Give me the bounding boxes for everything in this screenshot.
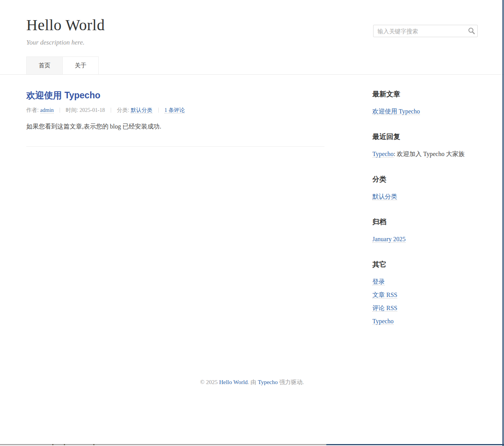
- footer-middle-text: . 由: [248, 379, 258, 385]
- author-link[interactable]: admin: [40, 107, 54, 113]
- widget-title: 归档: [372, 217, 478, 226]
- widget-categories: 分类 默认分类: [372, 175, 478, 201]
- meta-separator: [60, 108, 60, 113]
- list-item: 欢迎使用 Typecho: [372, 108, 478, 115]
- search-box: [373, 25, 478, 37]
- category-label: 分类:: [117, 107, 131, 113]
- footer-copyright: © 2025 Hello World. 由 Typecho 强力驱动.: [26, 379, 478, 409]
- nav-tab-home[interactable]: 首页: [26, 57, 63, 74]
- list-item: 默认分类: [372, 193, 478, 201]
- widget-recent-comments: 最近回复 Typecho: 欢迎加入 Typecho 大家族: [372, 132, 478, 158]
- list-item: Typecho: 欢迎加入 Typecho 大家族: [372, 150, 478, 158]
- list-item: 评论 RSS: [372, 304, 478, 312]
- category-item-link[interactable]: 默认分类: [372, 193, 397, 200]
- footer-site-link[interactable]: Hello World: [219, 379, 248, 385]
- post-title-link[interactable]: 欢迎使用 Typecho: [26, 90, 100, 100]
- typecho-link[interactable]: Typecho: [372, 318, 394, 325]
- site-header: Hello World Your description here. 首页 关于: [0, 0, 504, 75]
- date-label: 时间:: [66, 107, 80, 113]
- taskbar-icon-sliver: [64, 444, 65, 445]
- comments-rss-link[interactable]: 评论 RSS: [372, 305, 397, 312]
- widget-title: 最近回复: [372, 132, 478, 141]
- recent-comment-author-link[interactable]: Typecho: [372, 151, 394, 158]
- site-title-link[interactable]: Hello World: [26, 16, 105, 34]
- search-input[interactable]: [373, 25, 478, 37]
- browser-viewport: Hello World Your description here. 首页 关于: [0, 0, 504, 446]
- recent-post-link[interactable]: 欢迎使用 Typecho: [372, 108, 420, 115]
- post-body-text: 如果您看到这篇文章,表示您的 blog 已经安装成功.: [26, 122, 324, 131]
- widget-recent-posts: 最新文章 欢迎使用 Typecho: [372, 89, 478, 115]
- list-item: January 2025: [372, 235, 478, 243]
- taskbar-icon-sliver: [93, 444, 94, 445]
- list-item: 登录: [372, 278, 478, 286]
- list-item: 文章 RSS: [372, 291, 478, 299]
- main-nav: 首页 关于: [26, 57, 478, 74]
- widget-title: 最新文章: [372, 89, 478, 99]
- post-meta: 作者: admin时间: 2025-01-18分类: 默认分类1 条评论: [26, 106, 324, 114]
- footer-suffix-text: 强力驱动.: [278, 379, 304, 385]
- taskbar-icon-sliver: [52, 444, 53, 445]
- search-submit-button[interactable]: [468, 27, 475, 35]
- main-column: 欢迎使用 Typecho 作者: admin时间: 2025-01-18分类: …: [26, 89, 324, 342]
- sidebar: 最新文章 欢迎使用 Typecho 最近回复 Typecho: 欢迎加入 Typ…: [372, 89, 478, 342]
- meta-separator: [158, 108, 159, 113]
- widget-misc: 其它 登录 文章 RSS 评论 RSS Typecho: [372, 260, 478, 325]
- meta-separator: [111, 108, 111, 113]
- footer-engine-link[interactable]: Typecho: [258, 379, 278, 385]
- widget-archives: 归档 January 2025: [372, 217, 478, 243]
- nav-tab-about[interactable]: 关于: [62, 57, 99, 74]
- widget-title: 分类: [372, 175, 478, 184]
- post-title: 欢迎使用 Typecho: [26, 89, 324, 101]
- window-right-border: [502, 0, 504, 446]
- posts-rss-link[interactable]: 文章 RSS: [372, 292, 397, 298]
- post-divider: [26, 146, 324, 147]
- site-description: Your description here.: [26, 39, 478, 46]
- taskbar-edge: [0, 444, 326, 445]
- comments-link[interactable]: 1 条评论: [165, 107, 185, 113]
- category-link[interactable]: 默认分类: [131, 107, 153, 113]
- widget-title: 其它: [372, 260, 478, 269]
- window-bottom-border: [326, 444, 504, 445]
- archive-link[interactable]: January 2025: [372, 236, 406, 243]
- search-icon: [468, 30, 475, 36]
- post: 欢迎使用 Typecho 作者: admin时间: 2025-01-18分类: …: [26, 89, 324, 147]
- copyright-prefix: © 2025: [200, 379, 219, 385]
- author-label: 作者:: [26, 107, 40, 113]
- recent-comment-excerpt: : 欢迎加入 Typecho 大家族: [394, 151, 465, 157]
- list-item: Typecho: [372, 317, 478, 325]
- login-link[interactable]: 登录: [372, 278, 385, 285]
- post-date: 2025-01-18: [80, 107, 105, 113]
